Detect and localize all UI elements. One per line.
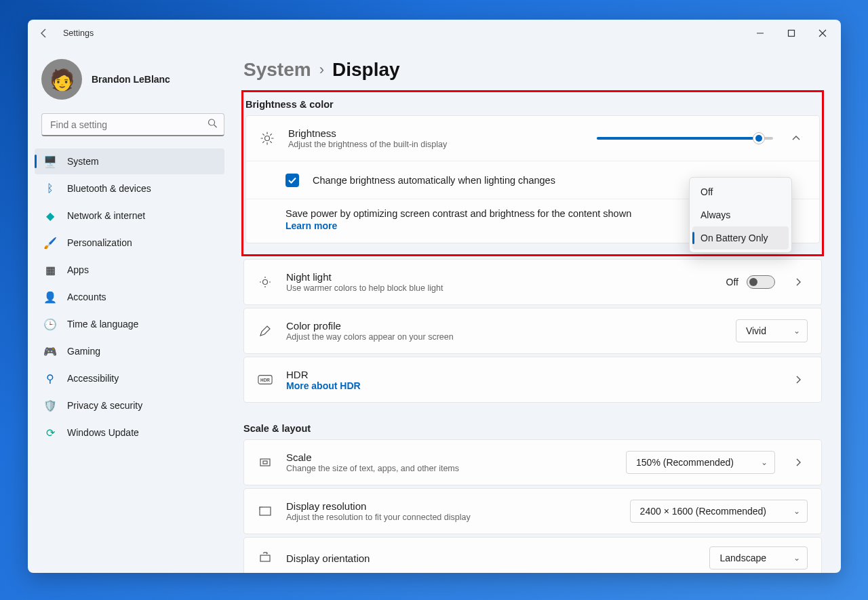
orientation-title: Display orientation (286, 553, 696, 564)
chevron-right-icon: › (319, 61, 324, 79)
search-input[interactable] (41, 113, 224, 136)
brush-icon: 🖌️ (44, 237, 56, 249)
expand-brightness-button[interactable] (787, 129, 806, 148)
accessibility-icon: ⚲ (44, 372, 56, 384)
dropdown-item-battery[interactable]: On Battery Only (692, 226, 789, 249)
sidebar-item-personalization[interactable]: 🖌️Personalization (35, 230, 224, 256)
night-light-title: Night light (286, 271, 713, 283)
section-title-scale: Scale & layout (243, 422, 822, 439)
sidebar-item-apps[interactable]: ▦Apps (35, 257, 224, 283)
main-pane: System › Display Brightness & color Brig… (231, 47, 841, 573)
sidebar-item-accounts[interactable]: 👤Accounts (35, 284, 224, 310)
breadcrumb: System › Display (243, 47, 822, 90)
breadcrumb-parent[interactable]: System (243, 59, 311, 81)
chevron-down-icon: ⌄ (793, 326, 800, 336)
svg-rect-25 (260, 555, 270, 561)
apps-icon: ▦ (44, 264, 56, 276)
dropdown-item-off[interactable]: Off (692, 180, 789, 203)
update-icon: ⟳ (44, 426, 56, 439)
close-button[interactable] (807, 20, 838, 47)
svg-point-4 (265, 136, 270, 141)
search-icon (208, 119, 218, 132)
brightness-mode-dropdown: Off Always On Battery Only (689, 177, 792, 253)
night-light-desc: Use warmer colors to help block blue lig… (286, 283, 713, 293)
svg-point-13 (263, 280, 268, 285)
svg-text:HDR: HDR (260, 378, 270, 382)
sidebar: 🧑 Brandon LeBlanc 🖥️System ᛒBluetooth & … (28, 47, 231, 573)
auto-brightness-checkbox[interactable] (285, 174, 299, 187)
user-name: Brandon LeBlanc (92, 74, 170, 85)
svg-rect-20 (260, 459, 270, 466)
scale-more-button[interactable] (789, 453, 808, 472)
svg-rect-22 (260, 507, 271, 515)
wifi-icon: ◆ (44, 209, 56, 222)
user-profile[interactable]: 🧑 Brandon LeBlanc (35, 54, 231, 113)
scale-card: Scale Change the size of text, apps, and… (243, 439, 822, 485)
sidebar-item-bluetooth[interactable]: ᛒBluetooth & devices (35, 176, 224, 201)
auto-brightness-label: Change brightness automatically when lig… (313, 175, 555, 186)
chevron-down-icon: ⌄ (793, 506, 800, 516)
scale-select[interactable]: 150% (Recommended) ⌄ (626, 451, 775, 474)
sun-icon (260, 132, 275, 145)
back-button[interactable] (31, 20, 58, 47)
bluetooth-icon: ᛒ (44, 182, 56, 195)
sidebar-item-system[interactable]: 🖥️System (35, 148, 224, 174)
night-light-icon (258, 275, 273, 289)
color-profile-select[interactable]: Vivid ⌄ (736, 319, 808, 342)
pen-icon (258, 324, 273, 338)
hdr-icon: HDR (258, 374, 273, 385)
save-power-text: Save power by optimizing screen contrast… (285, 208, 631, 219)
brightness-desc: Adjust the brightness of the built-in di… (288, 140, 583, 149)
hdr-title: HDR (286, 369, 775, 380)
brightness-slider[interactable] (597, 137, 773, 140)
scale-title: Scale (286, 452, 612, 463)
hdr-card[interactable]: HDR HDR More about HDR (243, 357, 822, 403)
color-profile-title: Color profile (286, 320, 722, 332)
svg-line-11 (263, 142, 264, 143)
sidebar-item-network[interactable]: ◆Network & internet (35, 203, 224, 228)
maximize-button[interactable] (776, 20, 807, 47)
scale-icon (258, 456, 273, 469)
orientation-card: Display orientation Landscape ⌄ (243, 537, 822, 573)
resolution-select[interactable]: 2400 × 1600 (Recommended) ⌄ (630, 500, 808, 523)
night-light-card[interactable]: Night light Use warmer colors to help bl… (243, 259, 822, 305)
color-profile-card: Color profile Adjust the way colors appe… (243, 308, 822, 354)
svg-point-2 (209, 119, 215, 125)
night-light-toggle[interactable] (747, 275, 775, 289)
sidebar-item-update[interactable]: ⟳Windows Update (35, 420, 224, 445)
monitor-icon: 🖥️ (44, 155, 56, 167)
brightness-title: Brightness (288, 127, 583, 139)
avatar: 🧑 (41, 59, 82, 100)
resolution-icon (258, 504, 273, 518)
svg-line-12 (271, 134, 272, 136)
minimize-button[interactable] (745, 20, 776, 47)
chevron-down-icon: ⌄ (761, 458, 768, 467)
svg-line-3 (214, 125, 217, 127)
night-light-more-button[interactable] (789, 273, 808, 292)
orientation-icon (258, 551, 273, 565)
account-icon: 👤 (44, 291, 56, 303)
hdr-more-button[interactable] (789, 370, 808, 389)
breadcrumb-current: Display (332, 59, 400, 81)
sidebar-item-time[interactable]: 🕒Time & language (35, 311, 224, 337)
svg-line-9 (263, 134, 264, 136)
chevron-down-icon: ⌄ (793, 553, 800, 563)
scale-desc: Change the size of text, apps, and other… (286, 464, 612, 473)
hdr-link[interactable]: More about HDR (286, 380, 775, 391)
sidebar-item-privacy[interactable]: 🛡️Privacy & security (35, 393, 224, 418)
gaming-icon: 🎮 (44, 345, 56, 357)
sidebar-item-accessibility[interactable]: ⚲Accessibility (35, 365, 224, 391)
resolution-card: Display resolution Adjust the resolution… (243, 488, 822, 534)
clock-icon: 🕒 (44, 318, 56, 330)
dropdown-item-always[interactable]: Always (692, 203, 789, 226)
section-title-brightness: Brightness & color (245, 98, 820, 115)
resolution-title: Display resolution (286, 500, 616, 512)
app-title: Settings (63, 28, 94, 38)
night-light-state: Off (726, 277, 738, 287)
learn-more-link[interactable]: Learn more (285, 220, 337, 231)
orientation-select[interactable]: Landscape ⌄ (709, 546, 808, 569)
resolution-desc: Adjust the resolution to fit your connec… (286, 513, 616, 522)
sidebar-nav: 🖥️System ᛒBluetooth & devices ◆Network &… (35, 148, 231, 445)
search-box (41, 113, 224, 136)
sidebar-item-gaming[interactable]: 🎮Gaming (35, 338, 224, 364)
